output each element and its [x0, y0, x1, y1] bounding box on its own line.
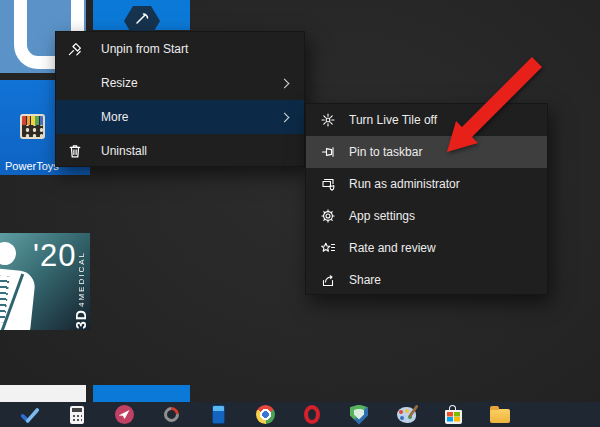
menu-item-unpin-from-start[interactable]: Unpin from Start [56, 32, 304, 66]
powertoys-tile-label: PowerToys [5, 160, 59, 172]
file-explorer-icon [490, 409, 510, 423]
tile-complete-anatomy[interactable]: '20 3D 4MEDICAL [0, 233, 90, 330]
menu-item-label: App settings [349, 209, 415, 223]
anatomy-brand-label: 3D 4MEDICAL [73, 239, 89, 329]
menu-item-label: Share [349, 273, 381, 287]
pink-app-icon [115, 405, 134, 424]
taskbar-icon-paint-3d[interactable] [396, 405, 416, 425]
menu-item-rate-and-review[interactable]: Rate and review [306, 232, 547, 264]
taskbar-icon-your-phone[interactable] [208, 405, 228, 425]
taskbar-icon-microsoft-todo[interactable] [20, 405, 40, 425]
menu-item-share[interactable]: Share [306, 264, 547, 296]
tile-context-menu: Unpin from Start Resize More Uninstall [55, 31, 305, 167]
taskbar-icon-file-explorer[interactable] [490, 405, 510, 425]
more-submenu: Turn Live Tile off Pin to taskbar Run [305, 103, 548, 295]
menu-item-uninstall[interactable]: Uninstall [56, 134, 304, 168]
calculator-icon [70, 406, 84, 424]
unpin-icon [65, 39, 85, 59]
trash-icon [65, 141, 85, 161]
loop-app-icon [160, 404, 181, 425]
pin-icon [319, 143, 337, 161]
taskbar-icon-calculator[interactable] [67, 405, 87, 425]
your-phone-icon [212, 405, 225, 424]
anatomy-figure-torso [0, 268, 36, 330]
microsoft-store-icon [445, 410, 462, 424]
gear-icon [319, 207, 337, 225]
menu-item-label: Unpin from Start [101, 42, 188, 56]
taskbar-icon-opera[interactable] [302, 405, 322, 425]
menu-item-pin-to-taskbar[interactable]: Pin to taskbar [306, 136, 547, 168]
paint-3d-icon [397, 407, 416, 423]
menu-item-app-settings[interactable]: App settings [306, 200, 547, 232]
taskbar [0, 402, 600, 427]
menu-item-label: More [101, 110, 128, 124]
menu-item-turn-live-tile-off[interactable]: Turn Live Tile off [306, 104, 547, 136]
taskbar-icon-chrome[interactable] [255, 405, 275, 425]
menu-item-resize[interactable]: Resize [56, 66, 304, 100]
empty-icon-slot [65, 107, 85, 127]
tile-edge-blue[interactable] [93, 385, 190, 402]
opera-icon [304, 405, 320, 424]
anatomy-figure-head [0, 242, 16, 265]
menu-item-more[interactable]: More [56, 100, 304, 134]
menu-item-label: Pin to taskbar [349, 145, 422, 159]
menu-item-label: Rate and review [349, 241, 436, 255]
empty-icon-slot [65, 73, 85, 93]
menu-item-label: Uninstall [101, 144, 147, 158]
menu-item-run-as-administrator[interactable]: Run as administrator [306, 168, 547, 200]
anatomy-brand-prefix: 3D [73, 309, 89, 329]
security-shield-icon [350, 405, 368, 425]
anatomy-brand-suffix: 4MEDICAL [77, 251, 86, 307]
powertoys-icon [20, 114, 45, 139]
share-icon [319, 271, 337, 289]
taskbar-icon-microsoft-store[interactable] [443, 405, 463, 425]
taskbar-icon-security-shield[interactable] [349, 405, 369, 425]
chrome-icon [256, 405, 275, 424]
admin-shield-icon [319, 175, 337, 193]
tile-hexagon-app[interactable] [93, 0, 190, 30]
anatomy-year-label: '20 [33, 238, 76, 274]
start-screen-backdrop: PowerToys '20 3D 4MEDICAL Unpin from Sta… [0, 0, 600, 427]
taskbar-icon-pink-app[interactable] [114, 405, 134, 425]
rate-star-icon [319, 239, 337, 257]
taskbar-icon-loop-app[interactable] [161, 405, 181, 425]
menu-item-label: Run as administrator [349, 177, 460, 191]
chevron-right-icon [280, 112, 290, 122]
live-tile-icon [319, 111, 337, 129]
menu-item-label: Turn Live Tile off [349, 113, 437, 127]
menu-item-label: Resize [101, 76, 138, 90]
tile-edge-white[interactable] [0, 385, 86, 402]
chevron-right-icon [280, 78, 290, 88]
